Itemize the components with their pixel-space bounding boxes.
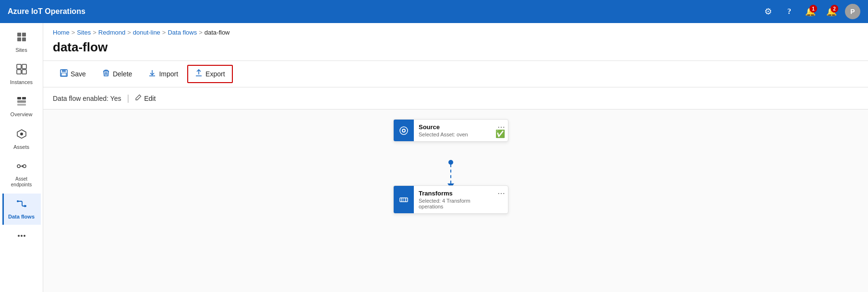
help-icon: ?: [787, 7, 791, 16]
svg-rect-9: [22, 97, 26, 99]
svg-rect-2: [17, 37, 21, 41]
svg-point-13: [17, 165, 20, 168]
save-button[interactable]: Save: [53, 65, 93, 83]
transforms-node-menu[interactable]: ⋯: [497, 186, 508, 213]
svg-rect-25: [61, 73, 66, 76]
overview-icon: [16, 96, 27, 110]
data-flows-icon: [16, 198, 27, 212]
sidebar-item-assets[interactable]: Assets: [2, 124, 41, 155]
app-title: Azure IoT Operations: [8, 7, 760, 16]
header-icons: ⚙ ? 🔔 1 🔔 2 P: [760, 4, 860, 19]
source-node-title: Source: [419, 123, 493, 131]
sidebar-assets-label: Assets: [13, 144, 29, 150]
sidebar-data-flows-label: Data flows: [8, 214, 35, 220]
svg-point-18: [17, 200, 19, 202]
flow-canvas: Source Selected Asset: oven ⋯ ✅: [43, 110, 868, 292]
breadcrumb-sep-3: >: [127, 29, 131, 36]
export-icon: [195, 69, 203, 79]
transforms-node-content: Transforms Selected: 4 Transform operati…: [414, 186, 497, 213]
sidebar-item-asset-endpoints[interactable]: Asset endpoints: [2, 156, 41, 193]
svg-rect-4: [17, 64, 21, 69]
breadcrumb: Home > Sites > Redmond > donut-line > Da…: [43, 23, 868, 38]
svg-rect-0: [17, 33, 21, 36]
notification2-button[interactable]: 🔔 2: [824, 4, 839, 19]
import-label: Import: [159, 70, 178, 78]
dashed-line: [450, 164, 451, 183]
import-button[interactable]: Import: [141, 65, 185, 83]
source-node-status: ✅: [495, 129, 505, 138]
svg-rect-7: [22, 70, 26, 74]
sidebar-item-instances[interactable]: Instances: [2, 59, 41, 90]
breadcrumb-data-flows[interactable]: Data flows: [168, 29, 197, 36]
source-node-content: Source Selected Asset: oven: [414, 120, 497, 141]
sidebar-item-data-flows[interactable]: Data flows: [2, 194, 41, 225]
sidebar-item-overview[interactable]: Overview: [2, 91, 41, 122]
svg-point-36: [403, 130, 405, 132]
top-header: Azure IoT Operations ⚙ ? 🔔 1 🔔 2 P: [0, 0, 868, 23]
svg-rect-1: [22, 33, 26, 36]
content-area: Home > Sites > Redmond > donut-line > Da…: [43, 23, 868, 292]
breadcrumb-current: data-flow: [205, 29, 230, 36]
breadcrumb-sites[interactable]: Sites: [77, 29, 91, 36]
breadcrumb-donut-line[interactable]: donut-line: [133, 29, 160, 36]
connector-1: [447, 160, 454, 188]
svg-rect-3: [22, 37, 26, 41]
export-label: Export: [205, 70, 225, 78]
breadcrumb-sep-5: >: [199, 29, 203, 36]
save-label: Save: [71, 70, 86, 78]
save-icon: [60, 69, 68, 79]
svg-rect-11: [17, 104, 26, 106]
breadcrumb-home[interactable]: Home: [53, 29, 70, 36]
avatar-button[interactable]: P: [845, 4, 860, 19]
edit-label: Edit: [144, 95, 156, 102]
notification1-button[interactable]: 🔔 1: [803, 4, 818, 19]
instances-icon: [16, 64, 27, 77]
sidebar-sites-label: Sites: [15, 47, 27, 53]
delete-button[interactable]: Delete: [95, 65, 139, 83]
svg-point-21: [21, 235, 23, 237]
transforms-node-title: Transforms: [419, 190, 493, 197]
breadcrumb-sep-2: >: [93, 29, 96, 36]
info-bar-separator: |: [127, 93, 129, 103]
sidebar-overview-label: Overview: [11, 111, 33, 118]
avatar-label: P: [850, 8, 855, 15]
sites-icon: [16, 32, 27, 45]
toolbar: Save Delete: [43, 61, 868, 87]
breadcrumb-sep-1: >: [72, 29, 75, 36]
sidebar-instances-label: Instances: [10, 79, 33, 85]
source-node[interactable]: Source Selected Asset: oven ⋯ ✅: [393, 119, 508, 142]
asset-endpoints-icon: [16, 161, 27, 174]
gear-icon: ⚙: [764, 6, 772, 17]
sidebar-asset-endpoints-label: Asset endpoints: [6, 176, 37, 188]
notification2-badge: 2: [831, 5, 838, 12]
transforms-node-subtitle: Selected: 4 Transform operations: [419, 198, 493, 209]
edit-link[interactable]: Edit: [135, 94, 156, 102]
svg-point-20: [18, 235, 20, 237]
more-icon: [16, 231, 27, 244]
export-button[interactable]: Export: [187, 65, 232, 83]
sidebar-item-sites[interactable]: Sites: [2, 27, 41, 58]
svg-rect-24: [62, 70, 66, 72]
help-button[interactable]: ?: [782, 4, 797, 19]
breadcrumb-redmond[interactable]: Redmond: [98, 29, 125, 36]
assets-icon: [16, 129, 27, 142]
svg-rect-10: [17, 100, 26, 103]
svg-point-14: [23, 165, 26, 168]
delete-label: Delete: [113, 70, 132, 78]
svg-rect-5: [22, 64, 26, 69]
delete-icon: [102, 69, 110, 79]
data-flow-enabled-text: Data flow enabled: Yes: [53, 95, 121, 102]
transforms-node[interactable]: Transforms Selected: 4 Transform operati…: [393, 185, 508, 214]
notification1-badge: 1: [809, 5, 817, 12]
svg-rect-8: [17, 97, 21, 99]
breadcrumb-sep-4: >: [162, 29, 166, 36]
svg-rect-6: [17, 70, 21, 74]
settings-button[interactable]: ⚙: [760, 4, 776, 19]
edit-icon: [135, 94, 142, 102]
transforms-node-icon-area: [394, 186, 414, 213]
sidebar-item-more[interactable]: [2, 226, 41, 251]
svg-point-12: [20, 133, 23, 135]
source-node-icon-area: [394, 120, 414, 141]
sidebar: Sites Instances: [0, 23, 43, 292]
svg-point-22: [24, 235, 25, 237]
